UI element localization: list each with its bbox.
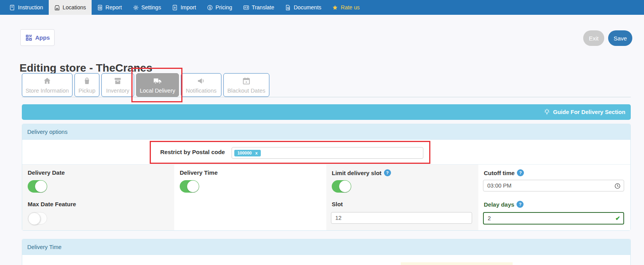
- exit-button[interactable]: Exit: [583, 30, 604, 46]
- nav-item-import[interactable]: Import: [166, 0, 202, 15]
- tab-local-delivery[interactable]: Local Delivery: [136, 73, 179, 97]
- slot-field: [331, 212, 472, 225]
- postal-code-tag: 100000 x: [234, 150, 261, 156]
- max-date-feature-toggle[interactable]: [28, 212, 47, 225]
- tab-label: Inventory: [106, 88, 129, 94]
- delivery-options-header: Delivery options: [22, 124, 630, 140]
- nav-item-translate[interactable]: A Translate: [238, 0, 280, 15]
- delivery-time-toggle[interactable]: [180, 180, 199, 193]
- cutoff-time-label: Cutoff time ?: [484, 169, 524, 176]
- page-title: Editing store - TheCranes: [19, 62, 152, 74]
- tab-inventory[interactable]: Inventory: [101, 73, 134, 97]
- cutoff-time-input[interactable]: [483, 180, 624, 191]
- delivery-date-toggle[interactable]: [28, 180, 47, 193]
- delay-days-text: Delay days: [484, 201, 514, 208]
- nav-item-settings[interactable]: Settings: [127, 0, 167, 15]
- restrict-postal-label: Restrict by Postal code: [160, 140, 225, 164]
- valid-check-icon: ✔: [615, 215, 620, 222]
- apps-button[interactable]: Apps: [20, 29, 55, 46]
- nav-item-label: Translate: [252, 4, 274, 11]
- pricing-icon: $: [207, 5, 213, 11]
- nav-item-label: Pricing: [216, 4, 232, 11]
- postal-code-input[interactable]: 100000 x: [232, 147, 423, 159]
- column-cutoff-delay: Cutoff time ? Delay days ? ✔: [478, 165, 630, 230]
- settings-icon: [133, 5, 139, 11]
- max-date-feature-label: Max Date Feature: [28, 201, 76, 207]
- tab-notifications[interactable]: Notifications: [181, 73, 221, 97]
- instruction-icon: [9, 5, 15, 11]
- archive-icon: [113, 77, 122, 85]
- column-limit-delivery-slot: Limit delivery slot ? Slot: [326, 165, 478, 230]
- megaphone-icon: [197, 77, 205, 85]
- postal-tag-remove-icon[interactable]: x: [255, 150, 258, 156]
- guide-for-delivery-banner[interactable]: Guide For Delivery Section: [22, 104, 631, 120]
- tab-label: Local Delivery: [140, 88, 175, 94]
- nav-item-label: Report: [106, 4, 122, 11]
- warning-strip: [401, 262, 513, 265]
- tab-label: Pickup: [78, 88, 96, 94]
- lightbulb-icon: [543, 109, 550, 116]
- delay-days-label: Delay days ?: [484, 201, 524, 208]
- delivery-date-label: Delivery Date: [28, 169, 65, 176]
- slot-input[interactable]: [331, 212, 472, 224]
- nav-item-label: Documents: [294, 4, 321, 11]
- nav-item-label: Rate us: [341, 4, 359, 11]
- postal-code-tag-value: 100000: [237, 150, 252, 156]
- delay-days-help-icon[interactable]: ?: [517, 201, 524, 208]
- home-icon: [43, 77, 51, 85]
- documents-icon: [285, 5, 291, 11]
- top-navigation: Instruction Locations Report Settings Im…: [0, 0, 644, 15]
- apps-button-label: Apps: [35, 34, 50, 41]
- limit-delivery-slot-toggle[interactable]: [332, 180, 351, 193]
- delivery-options-panel: Delivery options Restrict by Postal code…: [22, 124, 631, 231]
- column-delivery-date: Delivery Date Max Date Feature: [22, 165, 174, 230]
- nav-item-report[interactable]: Report: [92, 0, 127, 15]
- svg-text:$: $: [209, 5, 211, 9]
- report-icon: [97, 5, 103, 11]
- save-button[interactable]: Save: [608, 30, 632, 46]
- nav-item-rate-us[interactable]: Rate us: [327, 0, 365, 15]
- cutoff-time-field: [483, 180, 624, 192]
- star-icon: [332, 5, 338, 11]
- guide-banner-label: Guide For Delivery Section: [553, 109, 625, 115]
- nav-item-label: Instruction: [18, 4, 43, 11]
- tab-blackout-dates[interactable]: x Blackout Dates: [223, 73, 269, 97]
- limit-slot-help-icon[interactable]: ?: [384, 169, 391, 176]
- nav-item-documents[interactable]: Documents: [280, 0, 327, 15]
- svg-text:x: x: [246, 80, 248, 83]
- delivery-time-panel: Delivery Time: [22, 239, 631, 265]
- nav-item-locations[interactable]: Locations: [49, 0, 92, 15]
- delay-days-input[interactable]: [483, 212, 624, 225]
- apps-grid-icon: [25, 34, 33, 42]
- calendar-x-icon: x: [242, 77, 251, 85]
- delivery-time-label: Delivery Time: [180, 169, 218, 176]
- tab-label: Store Information: [25, 88, 69, 94]
- cutoff-help-icon[interactable]: ?: [517, 169, 524, 176]
- column-delivery-time: Delivery Time: [174, 165, 326, 230]
- import-icon: [172, 5, 178, 11]
- nav-item-label: Locations: [63, 4, 86, 11]
- tab-label: Blackout Dates: [227, 88, 265, 94]
- delay-days-field: ✔: [483, 212, 624, 225]
- svg-text:A: A: [244, 6, 246, 9]
- translate-icon: A: [243, 5, 249, 11]
- clock-icon[interactable]: [614, 183, 621, 189]
- tab-store-information[interactable]: Store Information: [22, 73, 73, 97]
- bag-icon: [83, 77, 91, 85]
- postal-code-row: Restrict by Postal code 100000 x: [22, 140, 630, 164]
- delivery-time-header: Delivery Time: [22, 239, 630, 255]
- nav-item-pricing[interactable]: $ Pricing: [202, 0, 238, 15]
- delivery-options-grid: Delivery Date Max Date Feature Delivery …: [22, 164, 630, 230]
- store-tabs: Store Information Pickup Inventory Local…: [22, 73, 631, 97]
- tab-pickup[interactable]: Pickup: [74, 73, 99, 97]
- truck-icon: [153, 77, 162, 85]
- limit-delivery-slot-label: Limit delivery slot ?: [332, 169, 391, 176]
- nav-item-label: Import: [180, 4, 196, 11]
- nav-item-instruction[interactable]: Instruction: [4, 0, 49, 15]
- tab-label: Notifications: [186, 88, 217, 94]
- cutoff-time-text: Cutoff time: [484, 170, 515, 176]
- slot-label: Slot: [332, 201, 343, 207]
- nav-item-label: Settings: [142, 4, 161, 11]
- limit-delivery-slot-text: Limit delivery slot: [332, 170, 382, 176]
- locations-icon: [54, 5, 60, 11]
